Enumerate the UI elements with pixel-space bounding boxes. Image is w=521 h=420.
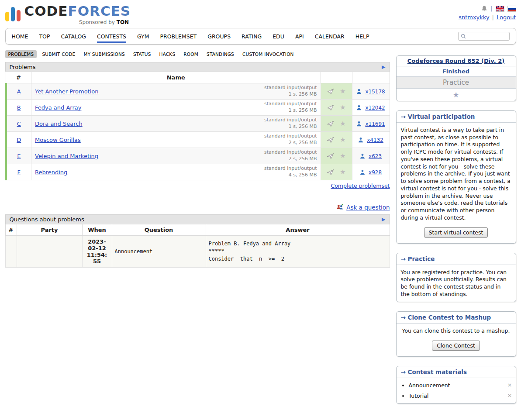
problem-actions-cell: ★ bbox=[321, 132, 352, 148]
subnav-tab[interactable]: CUSTOM INVOCATION bbox=[239, 50, 297, 58]
problems-caption-label: Problems bbox=[10, 64, 36, 70]
problem-letter-link[interactable]: F bbox=[17, 169, 21, 176]
nav-item: GYM bbox=[137, 33, 149, 40]
problem-name-link[interactable]: Fedya and Array bbox=[35, 104, 81, 111]
col-header-party: Party bbox=[17, 224, 82, 236]
problem-letter-link[interactable]: E bbox=[17, 153, 21, 159]
problem-limits: 1 s, 256 MB bbox=[264, 91, 317, 98]
logo-code: CODE bbox=[24, 3, 68, 19]
subnav-tab[interactable]: PROBLEMS bbox=[5, 50, 37, 58]
submit-solution-icon[interactable] bbox=[327, 137, 334, 143]
problem-constraints: standard input/output 1 s, 256 MB bbox=[264, 117, 317, 130]
nav-link[interactable]: EDU bbox=[273, 33, 284, 40]
favorite-star-icon[interactable]: ★ bbox=[340, 168, 345, 176]
complete-problemset-link[interactable]: Complete problemset bbox=[331, 182, 390, 189]
contest-subnav: PROBLEMS SUBMIT CODE MY SUBMISSIONS STAT… bbox=[5, 50, 390, 58]
contest-title-row: Codeforces Round 852 (Div. 2) bbox=[397, 56, 516, 66]
contest-favorite-star-icon[interactable]: ★ bbox=[452, 90, 459, 99]
submit-solution-icon[interactable] bbox=[327, 120, 334, 127]
contest-title-link[interactable]: Codeforces Round 852 (Div. 2) bbox=[407, 58, 504, 64]
nav-link[interactable]: CATALOG bbox=[61, 33, 86, 40]
problem-actions-cell: ★ bbox=[321, 83, 352, 100]
contest-info-box: Codeforces Round 852 (Div. 2) Finished P… bbox=[396, 55, 516, 101]
nav-link[interactable]: GROUPS bbox=[207, 33, 231, 40]
page: CODEFORCES Sponsored by TON | sntmxykky … bbox=[5, 0, 516, 413]
submit-solution-icon[interactable] bbox=[327, 88, 334, 95]
solved-count-link[interactable]: x12042 bbox=[365, 105, 385, 111]
problem-letter-link[interactable]: D bbox=[17, 137, 21, 143]
separator: | bbox=[492, 14, 494, 21]
nav-item: CATALOG bbox=[61, 33, 86, 40]
material-link[interactable]: Announcement bbox=[409, 382, 450, 389]
favorite-star-icon[interactable]: ★ bbox=[340, 120, 345, 127]
subnav-tab[interactable]: HACKS bbox=[156, 50, 179, 58]
nav-link[interactable]: CALENDAR bbox=[315, 33, 345, 40]
nav-item: RATING bbox=[242, 33, 262, 40]
col-header-number: # bbox=[6, 72, 31, 83]
ask-question-link[interactable]: Ask a question bbox=[346, 204, 390, 211]
logout-link[interactable]: Logout bbox=[497, 14, 516, 21]
flag-russian-icon[interactable] bbox=[507, 6, 516, 12]
header-right: | sntmxykky | Logout bbox=[459, 4, 516, 21]
col-header-name: Name bbox=[31, 72, 321, 83]
problem-row: F Rebrending standard input/output 4 s, … bbox=[6, 164, 390, 180]
flag-english-icon[interactable] bbox=[496, 6, 504, 12]
problem-name-link[interactable]: Velepin and Marketing bbox=[35, 153, 98, 159]
notification-bell-icon[interactable] bbox=[481, 5, 487, 12]
favorite-star-icon[interactable]: ★ bbox=[340, 136, 345, 144]
problem-letter-link[interactable]: A bbox=[17, 88, 21, 95]
user-row: sntmxykky | Logout bbox=[459, 14, 516, 21]
questions-caption-bar: Questions about problems ▶ bbox=[5, 214, 390, 224]
problem-letter-cell: E bbox=[6, 148, 31, 164]
start-virtual-contest-button[interactable]: Start virtual contest bbox=[424, 227, 488, 238]
favorite-star-icon[interactable]: ★ bbox=[340, 152, 345, 160]
separator: | bbox=[490, 5, 492, 12]
expand-arrow-icon[interactable]: ▶ bbox=[382, 64, 385, 70]
solved-count-link[interactable]: x623 bbox=[369, 153, 382, 159]
favorite-star-icon[interactable]: ★ bbox=[340, 87, 345, 95]
solved-count-link[interactable]: x928 bbox=[369, 169, 382, 176]
solvers-person-icon bbox=[360, 153, 365, 159]
remove-material-icon[interactable]: × bbox=[507, 382, 512, 388]
solved-count-link[interactable]: x4132 bbox=[367, 137, 383, 143]
submit-solution-icon[interactable] bbox=[327, 104, 334, 111]
problem-name-link[interactable]: Moscow Gorillas bbox=[35, 137, 81, 143]
problem-name-link[interactable]: Rebrending bbox=[35, 169, 67, 176]
main-column: PROBLEMS SUBMIT CODE MY SUBMISSIONS STAT… bbox=[5, 45, 390, 268]
favorite-star-icon[interactable]: ★ bbox=[340, 103, 345, 111]
nav-link[interactable]: GYM bbox=[137, 33, 149, 40]
subnav-tab[interactable]: STATUS bbox=[130, 50, 154, 58]
codeforces-logo[interactable]: CODEFORCES Sponsored by TON bbox=[5, 4, 131, 25]
subnav-tab[interactable]: STANDINGS bbox=[204, 50, 237, 58]
subnav-tab[interactable]: MY SUBMISSIONS bbox=[80, 50, 128, 58]
problem-letter-link[interactable]: C bbox=[17, 120, 21, 127]
subnav-tab[interactable]: ROOM bbox=[180, 50, 201, 58]
solved-count-link[interactable]: x11691 bbox=[365, 121, 385, 127]
submit-solution-icon[interactable] bbox=[327, 153, 334, 159]
remove-material-icon[interactable]: × bbox=[507, 392, 512, 399]
nav-link[interactable]: RATING bbox=[242, 33, 262, 40]
virtual-participation-title: → Virtual participation bbox=[397, 111, 516, 123]
clone-contest-button[interactable]: Clone Contest bbox=[432, 341, 480, 351]
question-row: 2023-02-12 11:54:55 Announcement Problem… bbox=[5, 236, 390, 268]
search-input[interactable] bbox=[468, 33, 507, 39]
problem-name-link[interactable]: Yet Another Promotion bbox=[35, 88, 98, 95]
material-link[interactable]: Tutorial bbox=[409, 392, 429, 399]
submit-solution-icon[interactable] bbox=[327, 169, 334, 176]
nav-link[interactable]: HELP bbox=[355, 33, 369, 40]
nav-link[interactable]: PROBLEMSET bbox=[160, 33, 197, 40]
nav-link[interactable]: TOP bbox=[39, 33, 50, 40]
subnav-tab[interactable]: SUBMIT CODE bbox=[39, 50, 78, 58]
solved-count-link[interactable]: x15178 bbox=[365, 89, 385, 95]
nav-link[interactable]: CONTESTS bbox=[97, 33, 126, 43]
practice-text: You are registered for practice. You can… bbox=[397, 265, 516, 302]
username-link[interactable]: sntmxykky bbox=[459, 14, 489, 21]
question-when-cell: 2023-02-12 11:54:55 bbox=[82, 236, 112, 268]
contest-materials-box: → Contest materials Announcement × Tutor… bbox=[396, 366, 516, 404]
expand-arrow-icon[interactable]: ▶ bbox=[382, 217, 385, 222]
logo-tagline: Sponsored by TON bbox=[79, 19, 129, 25]
nav-link[interactable]: API bbox=[295, 33, 304, 40]
problem-name-link[interactable]: Dora and Search bbox=[35, 120, 83, 127]
problem-letter-link[interactable]: B bbox=[17, 104, 21, 111]
nav-link[interactable]: HOME bbox=[12, 33, 28, 40]
